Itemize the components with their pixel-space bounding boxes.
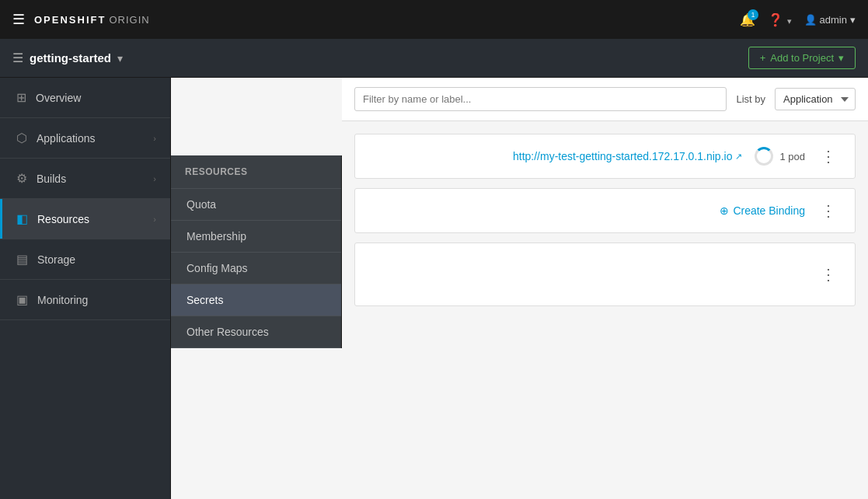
listby-label: List by [736,93,765,105]
sidebar-item-builds[interactable]: ⚙ Builds [0,159,170,198]
help-icon[interactable]: ❓ ▾ [768,12,791,27]
sidebar-resources-label: Resources [37,213,89,225]
secret-card-1: http://my-test-getting-started.172.17.0.… [354,134,856,179]
main-layout: ⊞ Overview ⬡ Applications ⚙ Builds ◧ Res… [0,78,868,499]
resources-icon: ◧ [16,211,28,226]
topnav-left: ☰ OPENSHIFT ORIGIN [12,11,150,28]
resources-menu-membership[interactable]: Membership [171,221,341,253]
listby-select[interactable]: Application Resource [775,88,856,110]
overview-icon: ⊞ [16,90,26,105]
resources-menu-header: Resources [171,155,341,189]
builds-icon: ⚙ [16,171,27,186]
search-input[interactable] [354,87,727,111]
external-link-icon: ↗ [735,152,742,162]
logo-openshift: OPENSHIFT [34,14,106,26]
add-icon: + [760,52,766,64]
resources-submenu: Resources Quota Membership Config Maps S… [171,155,342,348]
topnav-right: 🔔 1 ❓ ▾ 👤 admin ▾ [740,12,856,27]
sub-nav: ☰ getting-started ▾ + Add to Project ▾ [0,39,868,78]
resources-menu-config-maps[interactable]: Config Maps [171,253,341,284]
add-project-chevron-icon: ▾ [838,52,844,64]
add-to-project-label: Add to Project [770,52,834,64]
filter-bar: List by Application Resource [342,78,868,121]
loading-spinner [755,147,773,166]
logo: OPENSHIFT ORIGIN [34,14,150,26]
builds-chevron-icon [153,174,156,183]
pod-count: 1 pod [779,151,805,162]
sidebar-storage-label: Storage [37,253,75,266]
logo-origin: ORIGIN [109,14,149,26]
add-to-project-button[interactable]: + Add to Project ▾ [748,47,856,69]
card-3-kebab-menu[interactable]: ⋮ [817,265,839,284]
admin-menu[interactable]: 👤 admin ▾ [804,14,856,26]
sidebar-applications-inner: ⬡ Applications [16,131,96,145]
card-1-kebab-menu[interactable]: ⋮ [817,147,839,166]
resources-menu-secrets[interactable]: Secrets [171,284,341,316]
sidebar-builds-label: Builds [37,173,66,185]
notifications-icon[interactable]: 🔔 1 [740,12,755,27]
top-nav: ☰ OPENSHIFT ORIGIN 🔔 1 ❓ ▾ 👤 admin ▾ [0,0,868,39]
subnav-right: + Add to Project ▾ [748,47,856,69]
subnav-left: ☰ getting-started ▾ [12,51,123,65]
hamburger-menu[interactable]: ☰ [12,11,25,28]
resources-chevron-icon [153,215,156,224]
sidebar-item-overview-inner: ⊞ Overview [16,90,81,105]
admin-chevron-icon: ▾ [850,14,856,26]
create-binding-card: ⊕ Create Binding ⋮ [354,188,856,233]
app-url-text: http://my-test-getting-started.172.17.0.… [513,150,733,162]
project-name: getting-started [30,51,111,65]
sidebar-builds-inner: ⚙ Builds [16,171,66,186]
pod-status: 1 pod [755,147,805,166]
admin-icon: 👤 [804,14,817,26]
sidebar-applications-label: Applications [37,132,96,145]
project-dropdown-icon[interactable]: ▾ [117,52,123,65]
card-2-kebab-menu[interactable]: ⋮ [817,201,839,220]
subnav-hamburger[interactable]: ☰ [12,51,23,65]
divider-6 [0,319,170,320]
create-binding-plus-icon: ⊕ [720,204,729,217]
create-binding-label: Create Binding [733,204,805,217]
sidebar-item-storage[interactable]: ▤ Storage [0,239,170,279]
sidebar-monitoring-inner: ▣ Monitoring [16,292,88,307]
sidebar-resources-inner: ◧ Resources [16,211,89,226]
sidebar-item-monitoring[interactable]: ▣ Monitoring [0,280,170,319]
sidebar-storage-inner: ▤ Storage [16,252,75,267]
app-url-link[interactable]: http://my-test-getting-started.172.17.0.… [513,150,743,162]
applications-chevron-icon [153,134,156,143]
create-binding-link[interactable]: ⊕ Create Binding [720,204,805,217]
sidebar: ⊞ Overview ⬡ Applications ⚙ Builds ◧ Res… [0,78,171,499]
sidebar-monitoring-label: Monitoring [37,294,88,306]
monitoring-icon: ▣ [16,292,28,307]
resources-menu-other-resources[interactable]: Other Resources [171,316,341,348]
notification-badge: 1 [748,9,758,20]
resources-menu-quota[interactable]: Quota [171,189,341,221]
sidebar-item-overview[interactable]: ⊞ Overview [0,78,170,117]
applications-icon: ⬡ [16,131,27,145]
content-area: List by Application Resource http://my-t… [342,78,868,499]
sidebar-overview-label: Overview [36,92,81,104]
sidebar-item-resources[interactable]: ◧ Resources [0,199,170,239]
sidebar-item-applications[interactable]: ⬡ Applications [0,118,170,158]
admin-label: admin [820,14,847,26]
storage-icon: ▤ [16,252,28,267]
empty-card: ⋮ [354,243,856,306]
